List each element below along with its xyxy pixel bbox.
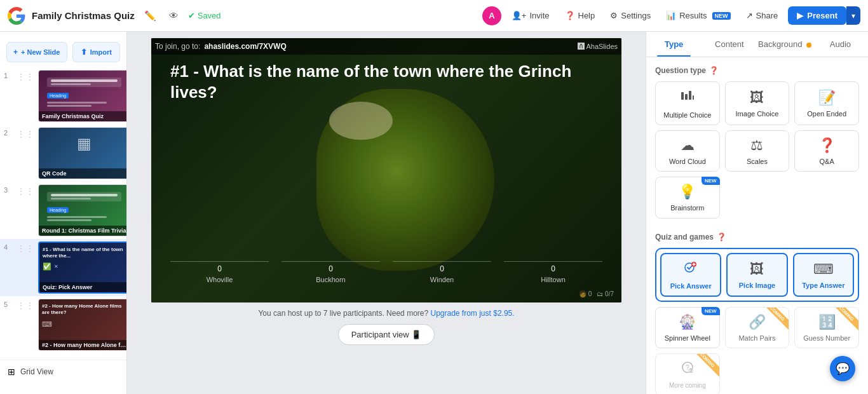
type-pick-answer[interactable]: Pick Answer [660,253,721,297]
upgrade-link[interactable]: Upgrade from just $2.95. [431,309,515,318]
slide-thumbnail: #2 - How many Home Alone films are there… [38,299,127,351]
slide1-label: Family Christmas Quiz [42,113,126,119]
answer-bar-whoville: 0 Whoville [170,261,269,283]
drag-handle[interactable]: ⋮⋮ [17,70,34,122]
type-word-cloud[interactable]: ☁ Word Cloud [655,130,720,172]
slide-item-active[interactable]: 4 ⋮⋮ #1 - What is the name of the town w… [0,239,126,296]
present-dropdown-button[interactable]: ▾ [846,6,860,25]
type-brainstorm[interactable]: NEW 💡 Brainstorm [655,177,720,218]
type-answer-label: Type Answer [802,282,844,290]
multiple-choice-label: Multiple Choice [663,111,711,119]
slide-thumbnail: #1 - What is the name of the town where … [38,241,127,294]
brainstorm-new-badge: NEW [702,177,720,185]
answer-bar-buckhorn: 0 Buckhorn [281,261,380,283]
invite-button[interactable]: 👤+ Invite [506,8,555,24]
help-button[interactable]: ❓ Help [560,8,600,24]
type-spinner-wheel[interactable]: NEW 🎡 Spinner Wheel [655,307,720,348]
preview-area: To join, go to: ahaslides.com/7XVWQ 🅰 Ah… [127,32,646,394]
slide-add-area: + + New Slide ⬆ Import [0,37,126,67]
drag-handle[interactable]: ⋮⋮ [17,241,34,294]
drag-handle[interactable]: ⋮⋮ [17,299,34,351]
match-pairs-icon: 🔗 [749,314,766,330]
tab-audio[interactable]: Audio [813,32,868,57]
grid-view-icon: ⊞ [8,367,15,377]
ahaslides-logo: 🅰 AhaSlides [578,43,618,50]
grid-view-bar[interactable]: ⊞ Grid View [0,360,126,383]
participant-view-button[interactable]: Participant view 📱 [338,324,435,345]
type-pick-image[interactable]: 🖼 Pick Image [726,253,787,297]
type-type-answer[interactable]: ⌨ Type Answer [793,253,854,297]
tab-type[interactable]: Type [646,32,702,57]
quiz-games-grid-bottom: NEW 🎡 Spinner Wheel COMING 🔗 Match Pairs… [655,307,859,348]
svg-text:2: 2 [689,367,693,374]
slide-item[interactable]: 1 ⋮⋮ Heading Family [0,67,126,125]
preview-notice: You can host up to 7 live participants. … [258,309,514,318]
quiz-games-grid-extra: COMING ? 2 More coming [655,353,859,394]
join-text: To join, go to: [155,42,200,51]
slide-number: 5 [4,299,13,351]
word-cloud-icon: ☁ [681,137,695,154]
edit-title-button[interactable]: ✏️ [141,8,159,24]
slide-number: 4 [4,241,13,294]
background-dot [806,43,811,48]
spinner-new-badge: NEW [702,307,720,315]
settings-button[interactable]: ⚙ Settings [605,8,656,24]
tab-content[interactable]: Content [702,32,757,57]
word-cloud-label: Word Cloud [669,158,706,166]
slide-number: 3 [4,184,13,236]
help-icon: ❓ [565,11,575,20]
chat-button[interactable]: 💬 [830,356,855,381]
slide3-badge: Heading [47,207,69,213]
import-button[interactable]: ⬆ Import [72,42,120,62]
answers-count: 🗂 0/7 [597,290,614,297]
type-open-ended[interactable]: 📝 Open Ended [794,81,859,125]
type-image-choice[interactable]: 🖼 Image Choice [725,81,790,125]
open-ended-icon: 📝 [818,90,836,106]
invite-icon: 👤+ [512,11,527,20]
brainstorm-label: Brainstorm [670,204,704,212]
present-button[interactable]: ▶ Present [788,6,846,25]
navbar: Family Christmas Quiz ✏️ 👁 ✔ Saved A 👤+ … [0,0,868,32]
share-icon: ↗ [746,11,753,20]
share-button[interactable]: ↗ Share [741,8,783,24]
help-icon[interactable]: ❓ [709,66,719,75]
preview-button[interactable]: 👁 [166,8,182,23]
type-match-pairs[interactable]: COMING 🔗 Match Pairs [725,307,790,348]
participant-view-label: Participant view 📱 [351,330,422,339]
slide2-label: QR Code [42,170,126,177]
slide-panel: + + New Slide ⬆ Import 1 ⋮⋮ Heading [0,32,127,394]
type-guess-number[interactable]: COMING 🔢 Guess Number [794,307,859,348]
qna-label: Q&A [820,158,834,166]
selected-quiz-group: Pick Answer 🖼 Pick Image ⌨ Type Answer [655,248,859,302]
main-area: + + New Slide ⬆ Import 1 ⋮⋮ Heading [0,32,868,394]
slide-item[interactable]: 5 ⋮⋮ #2 - How many Home Alone films are … [0,296,126,353]
drag-handle[interactable]: ⋮⋮ [17,127,34,179]
new-slide-button[interactable]: + + New Slide [6,42,67,62]
type-answer-icon: ⌨ [813,261,834,278]
chat-icon: 💬 [836,362,850,376]
right-panel: Type Content Background Audio Question t… [646,32,868,394]
slide-thumbnail: ▦ QR Code [38,127,127,179]
scales-label: Scales [747,158,768,166]
multiple-choice-icon [680,88,695,107]
svg-rect-0 [681,92,684,100]
slide-item[interactable]: 3 ⋮⋮ Heading Round 1 [0,182,126,239]
plus-icon: + [13,48,18,57]
quiz-games-help-icon[interactable]: ❓ [717,233,726,241]
type-multiple-choice[interactable]: Multiple Choice [655,81,720,125]
tab-background[interactable]: Background [757,32,813,57]
join-url: ahaslides.com/7XVWQ [204,42,286,51]
slide-thumbnail: Heading Family Christmas Quiz [38,70,127,122]
slide-number: 1 [4,70,13,122]
drag-handle[interactable]: ⋮⋮ [17,184,34,236]
svg-rect-1 [685,94,688,100]
type-scales[interactable]: ⚖ Scales [725,130,790,172]
results-new-badge: NEW [712,12,731,20]
slide-thumbnail: Heading Round 1: Christmas Film Trivia [38,184,127,236]
type-qna[interactable]: ❓ Q&A [794,130,859,172]
slide-item[interactable]: 2 ⋮⋮ ▦ QR Code [0,125,126,182]
results-button[interactable]: 📊 Results NEW [661,8,735,24]
avatar-button[interactable]: A [482,6,501,25]
guess-number-icon: 🔢 [818,314,836,330]
type-extra-1[interactable]: COMING ? 2 More coming [655,353,720,394]
